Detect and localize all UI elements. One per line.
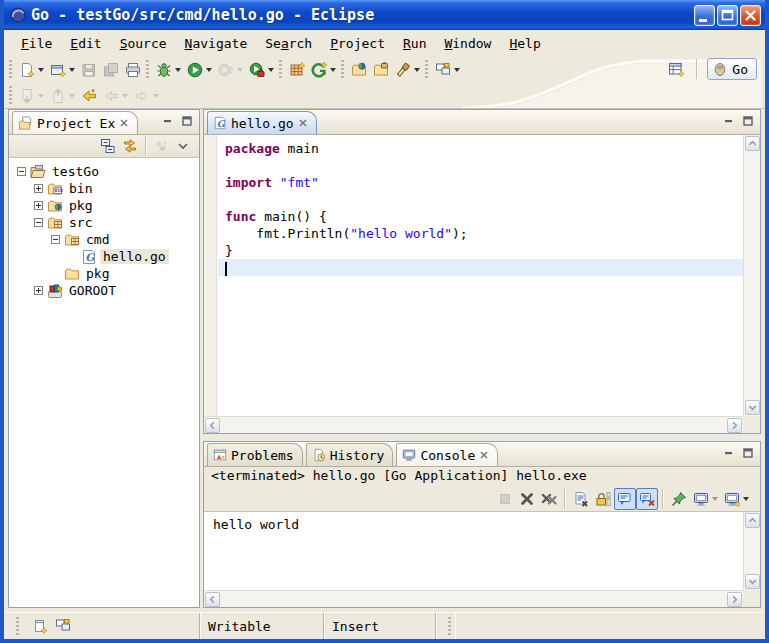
- menu-edit[interactable]: Edit: [61, 34, 110, 53]
- scroll-up-icon[interactable]: [745, 513, 760, 528]
- tree-item-cmd[interactable]: cmd: [9, 231, 199, 248]
- scroll-up-icon[interactable]: [745, 136, 760, 151]
- fast-view-icon[interactable]: [31, 618, 47, 634]
- tree-item-hello.go[interactable]: Ghello.go: [9, 248, 199, 265]
- external-tools-button[interactable]: [246, 59, 277, 81]
- close-button[interactable]: [740, 5, 761, 26]
- console-horizontal-scrollbar[interactable]: [204, 590, 743, 607]
- tab-hello-go[interactable]: G hello.go: [207, 111, 317, 134]
- dropdown-arrow-icon[interactable]: [454, 68, 460, 72]
- print-button[interactable]: [122, 59, 144, 81]
- toolbar-grip[interactable]: [279, 60, 282, 80]
- scroll-down-icon[interactable]: [745, 400, 760, 415]
- console-output-area[interactable]: hello world: [204, 512, 760, 607]
- last-edit-location-button[interactable]: [78, 85, 100, 107]
- toolbar-grip[interactable]: [341, 60, 344, 80]
- console-vertical-scrollbar[interactable]: [743, 512, 760, 590]
- expander-minus-icon[interactable]: [51, 235, 60, 244]
- new-button[interactable]: [16, 59, 47, 81]
- menu-help[interactable]: Help: [500, 34, 549, 53]
- dropdown-arrow-icon[interactable]: [712, 497, 718, 501]
- tree-item-GOROOT[interactable]: GOROOT: [9, 282, 199, 299]
- menu-run[interactable]: Run: [394, 34, 435, 53]
- open-resource-button[interactable]: [370, 59, 392, 81]
- expander-minus-icon[interactable]: [17, 167, 26, 176]
- minimize-view-button[interactable]: [721, 446, 737, 460]
- debug-button[interactable]: [153, 59, 184, 81]
- view-menu-button[interactable]: [173, 135, 195, 157]
- code-area[interactable]: package mainimport "fmt"func main() { fm…: [218, 135, 743, 416]
- run-button[interactable]: [184, 59, 215, 81]
- maximize-view-button[interactable]: [740, 446, 756, 460]
- expander-plus-icon[interactable]: [34, 184, 43, 193]
- dropdown-arrow-icon[interactable]: [153, 94, 159, 98]
- toolbar-grip[interactable]: [425, 60, 428, 80]
- toolbar-grip[interactable]: [9, 86, 12, 106]
- scroll-lock-button[interactable]: [592, 488, 614, 510]
- collapse-all-button[interactable]: [97, 135, 119, 157]
- horizontal-sash[interactable]: [203, 434, 761, 441]
- menu-project[interactable]: Project: [321, 34, 394, 53]
- open-type-button[interactable]: [348, 59, 370, 81]
- dropdown-arrow-icon[interactable]: [743, 497, 749, 501]
- tab-console[interactable]: Console: [396, 443, 498, 466]
- remove-launch-button[interactable]: [516, 488, 538, 510]
- dropdown-arrow-icon[interactable]: [122, 94, 128, 98]
- pin-console-button[interactable]: [668, 488, 690, 510]
- code-line[interactable]: [218, 259, 743, 276]
- menu-search[interactable]: Search: [256, 34, 321, 53]
- tab-project-explorer[interactable]: Project Ex: [12, 111, 138, 134]
- open-console-button[interactable]: [721, 488, 752, 510]
- close-icon[interactable]: [479, 450, 489, 460]
- tree-item-src[interactable]: src: [9, 214, 199, 231]
- menu-file[interactable]: File: [12, 34, 61, 53]
- dropdown-arrow-icon[interactable]: [268, 68, 274, 72]
- scroll-right-icon[interactable]: [727, 418, 742, 433]
- dropdown-arrow-icon[interactable]: [69, 94, 75, 98]
- toolbar-grip[interactable]: [146, 60, 149, 80]
- dropdown-arrow-icon[interactable]: [237, 68, 243, 72]
- console-output[interactable]: hello world: [204, 512, 760, 532]
- switch-editor-icon[interactable]: [55, 618, 71, 634]
- expander-plus-icon[interactable]: [34, 286, 43, 295]
- minimize-button[interactable]: [694, 5, 715, 26]
- menu-window[interactable]: Window: [435, 34, 500, 53]
- new-go-element-button[interactable]: [308, 59, 339, 81]
- code-line[interactable]: func main() {: [218, 208, 743, 225]
- dropdown-arrow-icon[interactable]: [330, 68, 336, 72]
- tree-item-pkg[interactable]: pkg: [9, 265, 199, 282]
- menu-navigate[interactable]: Navigate: [176, 34, 257, 53]
- code-line[interactable]: fmt.Println("hello world");: [218, 225, 743, 242]
- code-editor[interactable]: package mainimport "fmt"func main() { fm…: [204, 135, 760, 433]
- new-project-button[interactable]: [286, 59, 308, 81]
- expander-plus-icon[interactable]: [34, 201, 43, 210]
- dropdown-arrow-icon[interactable]: [175, 68, 181, 72]
- tab-problems[interactable]: Problems: [207, 443, 303, 466]
- maximize-editor-button[interactable]: [740, 114, 756, 128]
- link-with-editor-button[interactable]: [119, 135, 141, 157]
- close-icon[interactable]: [298, 118, 308, 128]
- code-line[interactable]: }: [218, 242, 743, 259]
- code-line[interactable]: package main: [218, 140, 743, 157]
- new-element-button[interactable]: [47, 59, 78, 81]
- minimize-editor-button[interactable]: [721, 114, 737, 128]
- dropdown-arrow-icon[interactable]: [38, 68, 44, 72]
- dropdown-arrow-icon[interactable]: [414, 68, 420, 72]
- show-stdout-button[interactable]: [614, 488, 636, 510]
- search-button[interactable]: [392, 59, 423, 81]
- show-stderr-button[interactable]: [636, 488, 658, 510]
- switch-editor-button[interactable]: [432, 59, 463, 81]
- tree-item-testGo[interactable]: testGo: [9, 163, 199, 180]
- code-line[interactable]: [218, 157, 743, 174]
- expander-minus-icon[interactable]: [34, 218, 43, 227]
- clear-console-button[interactable]: [570, 488, 592, 510]
- scroll-down-icon[interactable]: [745, 574, 760, 589]
- remove-all-launches-button[interactable]: [538, 488, 560, 510]
- code-line[interactable]: import "fmt": [218, 174, 743, 191]
- maximize-view-button[interactable]: [179, 114, 195, 128]
- close-icon[interactable]: [119, 118, 129, 128]
- scroll-right-icon[interactable]: [727, 592, 742, 607]
- tree-item-pkg[interactable]: pkg: [9, 197, 199, 214]
- tree-item-bin[interactable]: 010bin: [9, 180, 199, 197]
- dropdown-arrow-icon[interactable]: [38, 94, 44, 98]
